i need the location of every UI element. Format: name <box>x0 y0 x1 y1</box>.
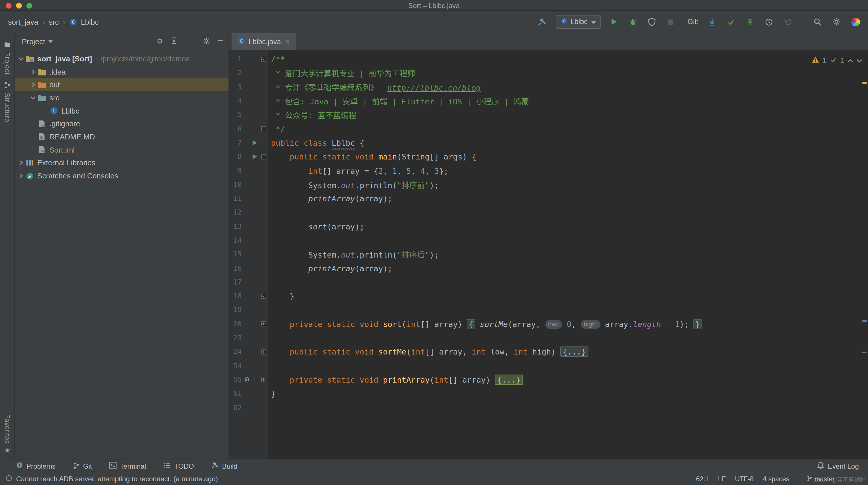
line-number[interactable]: 3 <box>229 83 244 91</box>
tree-item--idea[interactable]: .idea <box>15 65 228 78</box>
run-line-icon[interactable] <box>250 140 259 146</box>
locate-file-icon[interactable] <box>156 37 164 46</box>
code-line-23[interactable]: 23 <box>229 331 868 345</box>
line-number[interactable]: 11 <box>229 194 244 202</box>
tree-item-readme-md[interactable]: MDREADME.MD <box>15 130 228 143</box>
code-line-6[interactable]: 6- */ <box>229 122 868 136</box>
git-branch-widget[interactable]: master <box>807 475 835 483</box>
error-stripe-mark[interactable] <box>862 352 867 353</box>
tool-stripe-favorites[interactable]: Favorites ★ <box>4 411 11 459</box>
line-ending[interactable]: LF <box>718 476 726 483</box>
line-number[interactable]: 62 <box>229 403 244 412</box>
line-number[interactable]: 4 <box>229 97 244 105</box>
inspection-widget[interactable]: 1 1 <box>812 56 862 64</box>
code-line-55[interactable]: 55@+ private static void printArray(int[… <box>229 373 868 387</box>
editor-body[interactable]: 1-/**2 * 厦门大学计算机专业 | 前华为工程师3 * 专注《零基础学编程… <box>229 51 868 459</box>
profile-icon[interactable] <box>849 16 861 28</box>
event-log-button[interactable]: Event Log <box>817 461 868 471</box>
fold-marker-icon[interactable]: + <box>259 322 268 327</box>
fold-marker-icon[interactable]: - <box>259 126 268 131</box>
fold-marker-icon[interactable]: - <box>259 57 268 62</box>
tree-item-sort-java-sort-[interactable]: sort_java [Sort]~/projects/mine/gitee/de… <box>15 52 228 65</box>
debug-button[interactable] <box>627 16 639 28</box>
chevron-down-icon[interactable] <box>29 95 37 100</box>
tree-item-sort-iml[interactable]: Sort.iml <box>15 143 228 156</box>
indent-setting[interactable]: 4 spaces <box>763 476 789 483</box>
chevron-right-icon[interactable] <box>29 82 37 87</box>
line-number[interactable]: 2 <box>229 69 244 77</box>
tool-button-problems[interactable]: Problems <box>16 462 55 471</box>
collapse-all-icon[interactable] <box>170 37 177 46</box>
code-line-3[interactable]: 3 * 专注《零基础学编程系列》 http://lblbc.cn/blog <box>229 80 868 94</box>
chevron-right-icon[interactable] <box>17 160 25 165</box>
line-number[interactable]: 20 <box>229 320 244 328</box>
line-number[interactable]: 54 <box>229 362 244 370</box>
hide-panel-icon[interactable] <box>217 37 224 46</box>
code-line-20[interactable]: 20+ private static void sort(int[] array… <box>229 317 868 331</box>
close-window-button[interactable] <box>6 3 11 8</box>
close-tab-icon[interactable]: × <box>286 37 290 46</box>
tree-item-external-libraries[interactable]: External Libraries <box>15 156 228 169</box>
fold-marker-icon[interactable]: + <box>259 349 268 355</box>
tool-stripe-project[interactable]: Project <box>4 37 11 78</box>
code-line-16[interactable]: 16 printArray(array); <box>229 261 868 276</box>
line-number[interactable]: 17 <box>229 278 244 286</box>
line-number[interactable]: 13 <box>229 222 244 230</box>
line-number[interactable]: 1 <box>229 55 244 63</box>
settings-gear-icon[interactable] <box>831 16 842 28</box>
status-message-area[interactable]: Cannot reach ADB server, attempting to r… <box>0 475 218 483</box>
fold-marker-icon[interactable]: - <box>259 293 268 298</box>
code-line-1[interactable]: 1-/** <box>229 52 868 66</box>
code-line-13[interactable]: 13 sort(array); <box>229 219 868 233</box>
file-encoding[interactable]: UTF-8 <box>735 476 753 483</box>
line-number[interactable]: 16 <box>229 264 244 272</box>
run-button[interactable] <box>608 16 620 28</box>
run-config-select[interactable]: C Lblbc <box>555 15 601 29</box>
tree-item-lblbc[interactable]: CLblbc <box>15 104 228 117</box>
run-line-icon[interactable] <box>250 154 259 159</box>
search-everywhere-icon[interactable] <box>812 16 823 28</box>
line-number[interactable]: 55 <box>229 376 244 384</box>
code-line-15[interactable]: 15 System.out.println("排序后"); <box>229 247 868 261</box>
project-panel-title-dropdown[interactable]: Project <box>22 37 53 46</box>
tool-button-terminal[interactable]: Terminal <box>109 462 146 471</box>
code-line-54[interactable]: 54 <box>229 359 868 373</box>
tool-button-git[interactable]: Git <box>73 461 92 471</box>
tree-item--gitignore[interactable]: .gitignore <box>15 117 228 130</box>
error-stripe-mark[interactable] <box>862 320 867 322</box>
code-line-2[interactable]: 2 * 厦门大学计算机专业 | 前华为工程师 <box>229 66 868 80</box>
build-hammer-icon[interactable] <box>536 16 548 28</box>
chevron-right-icon[interactable] <box>29 69 37 74</box>
commit-button[interactable] <box>725 16 737 28</box>
code-line-7[interactable]: 7public class Lblbc { <box>229 136 868 150</box>
code-line-9[interactable]: 9 int[] array = {2, 1, 5, 4, 3}; <box>229 164 868 178</box>
code-line-12[interactable]: 12 <box>229 206 868 220</box>
code-line-24[interactable]: 24+ public static void sortMe(int[] arra… <box>229 345 868 359</box>
line-number[interactable]: 6 <box>229 125 244 133</box>
code-line-11[interactable]: 11 printArray(array); <box>229 192 868 206</box>
breadcrumb-src[interactable]: src <box>49 18 59 26</box>
fold-marker-icon[interactable]: - <box>259 154 268 159</box>
line-number[interactable]: 9 <box>229 167 244 175</box>
update-project-button[interactable] <box>706 16 718 28</box>
minimize-window-button[interactable] <box>16 3 22 8</box>
line-number[interactable]: 18 <box>229 292 244 300</box>
tool-button-todo[interactable]: TODO <box>163 462 194 470</box>
line-number[interactable]: 5 <box>229 111 244 119</box>
code-line-19[interactable]: 19 <box>229 303 868 317</box>
code-line-17[interactable]: 17 <box>229 276 868 289</box>
code-line-14[interactable]: 14 <box>229 233 868 248</box>
line-number[interactable]: 61 <box>229 390 244 398</box>
code-line-61[interactable]: 61} <box>229 387 868 401</box>
next-problem-chevron-icon[interactable] <box>857 57 862 64</box>
code-line-5[interactable]: 5 * 公众号: 蓝不蓝编程 <box>229 108 868 122</box>
tree-item-src[interactable]: src <box>15 91 228 104</box>
chevron-down-icon[interactable] <box>17 56 25 61</box>
code-line-62[interactable]: 62 <box>229 401 868 415</box>
breadcrumb-class[interactable]: Lblbc <box>81 18 99 26</box>
tool-stripe-structure[interactable]: Structure <box>4 78 11 125</box>
code-line-4[interactable]: 4 * 包含: Java | 安卓 | 前端 | Flutter | iOS |… <box>229 94 868 108</box>
line-number[interactable]: 19 <box>229 306 244 314</box>
line-number[interactable]: 7 <box>229 139 244 147</box>
fold-marker-icon[interactable]: + <box>259 377 268 382</box>
